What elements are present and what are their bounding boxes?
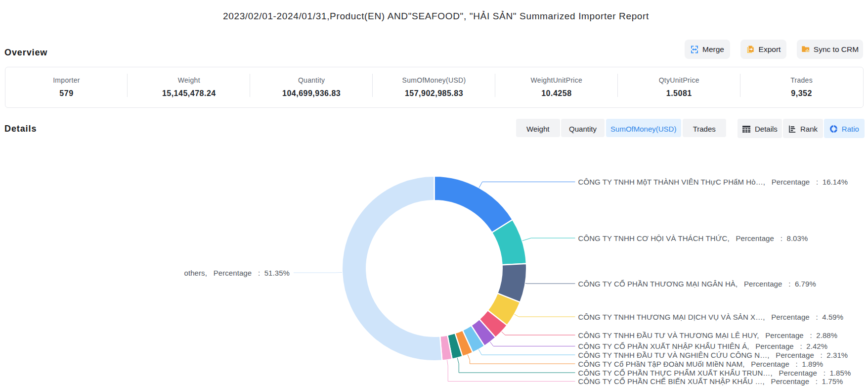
svg-text:CÔNG TY TNHH ĐẦU TƯ VÀ NGHIÊN: CÔNG TY TNHH ĐẦU TƯ VÀ NGHIÊN CỨU CÔNG N… xyxy=(578,351,848,359)
svg-text:CÔNG TY TNHH THƯƠNG MẠI DỊCH V: CÔNG TY TNHH THƯƠNG MẠI DỊCH VỤ VÀ SẢN X… xyxy=(578,313,844,321)
svg-text:CÔNG TY CỔ PHẦN XUẤT NHẬP KHẨU: CÔNG TY CỔ PHẦN XUẤT NHẬP KHẨU THIÊN Á, … xyxy=(578,342,828,350)
svg-text:CÔNG TY TNHH CƠ HỘI VÀ THÁCH T: CÔNG TY TNHH CƠ HỘI VÀ THÁCH THỨC, Perce… xyxy=(578,234,808,242)
svg-text:CÔNG TY CỔ PHẦN THƯƠNG MẠI NGÂ: CÔNG TY CỔ PHẦN THƯƠNG MẠI NGÂN HÀ, Perc… xyxy=(578,280,816,288)
svg-text:CÔNG TY CỔ PHẦN CHẾ BIẾN XUẤT: CÔNG TY CỔ PHẦN CHẾ BIẾN XUẤT NHẬP KHẨU … xyxy=(578,377,843,386)
svg-text:CÔNG TY TNHH ĐẦU TƯ VÀ THƯƠNG: CÔNG TY TNHH ĐẦU TƯ VÀ THƯƠNG MẠI LÊ HUY… xyxy=(578,331,838,339)
svg-text:CÔNG TY CỔ PHẦN THỰC PHẨM XUẤT: CÔNG TY CỔ PHẦN THỰC PHẨM XUẤT KHẨU TRUN… xyxy=(578,369,851,377)
svg-text:CÔNG TY Cổ PHầN TậP ĐOàN MUốI: CÔNG TY Cổ PHầN TậP ĐOàN MUốI MIềN NAM, … xyxy=(578,360,824,368)
svg-text:CÔNG TY TNHH MộT THÀNH VIÊN TH: CÔNG TY TNHH MộT THÀNH VIÊN THựC PHẩM Hò… xyxy=(578,178,848,186)
svg-text:others, Percentage : 51.3: others, Percentage : 51.35% xyxy=(184,269,290,277)
